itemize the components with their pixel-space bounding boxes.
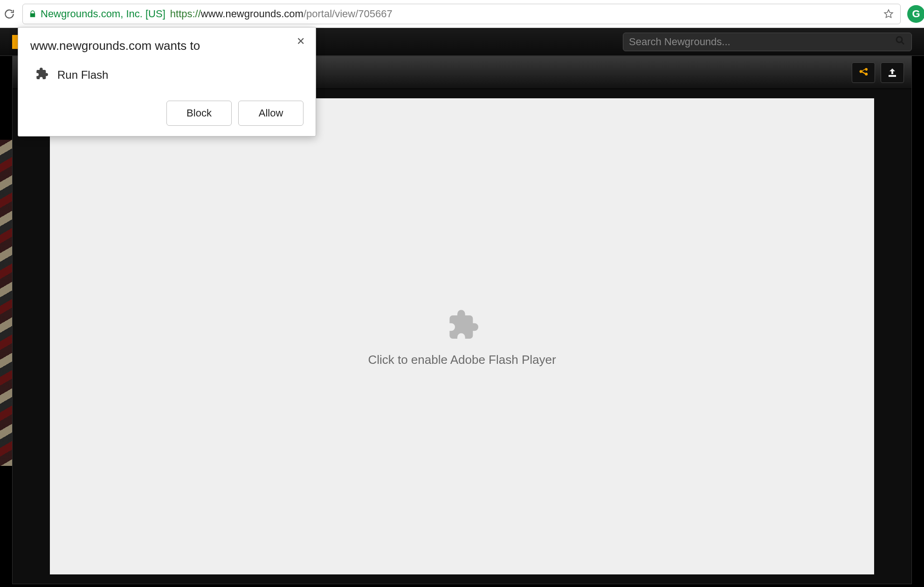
permission-request-row: Run Flash (34, 66, 303, 84)
site-search[interactable] (623, 33, 912, 51)
popout-icon (887, 67, 898, 78)
plugin-puzzle-icon (34, 66, 49, 84)
flash-placeholder[interactable]: Click to enable Adobe Flash Player (50, 98, 874, 574)
plugin-puzzle-icon (443, 306, 481, 345)
flash-enable-text: Click to enable Adobe Flash Player (368, 353, 556, 367)
permission-actions: Block Allow (30, 101, 303, 126)
permission-request-label: Run Flash (57, 68, 108, 82)
permission-popover: ✕ www.newgrounds.com wants to Run Flash … (18, 27, 316, 137)
url-scheme: https:// (170, 8, 201, 20)
extension-letter: G (912, 8, 920, 20)
security-ev-label: Newgrounds.com, Inc. [US] (41, 8, 165, 20)
permission-close-button[interactable]: ✕ (294, 35, 307, 48)
svg-point-0 (896, 37, 902, 42)
url-path: /portal/view/705667 (303, 8, 393, 20)
search-input[interactable] (629, 36, 895, 48)
popout-button[interactable] (881, 62, 904, 83)
reload-icon (3, 8, 15, 20)
browser-toolbar: Newgrounds.com, Inc. [US] https://www.ne… (0, 0, 924, 28)
block-button[interactable]: Block (166, 101, 232, 126)
reload-button[interactable] (0, 5, 19, 23)
background-art (0, 140, 12, 466)
close-icon: ✕ (297, 35, 305, 48)
allow-button[interactable]: Allow (238, 101, 303, 126)
grammarly-extension-icon[interactable]: G (907, 5, 924, 23)
search-icon[interactable] (895, 35, 906, 49)
permission-origin-text: www.newgrounds.com wants to (30, 39, 303, 53)
share-button[interactable] (852, 62, 875, 83)
address-bar[interactable]: Newgrounds.com, Inc. [US] https://www.ne… (22, 4, 901, 24)
star-icon (883, 8, 894, 20)
url-host: www.newgrounds.com (201, 8, 303, 20)
bookmark-button[interactable] (882, 7, 896, 21)
share-icon (858, 67, 869, 78)
lock-icon (28, 10, 37, 18)
